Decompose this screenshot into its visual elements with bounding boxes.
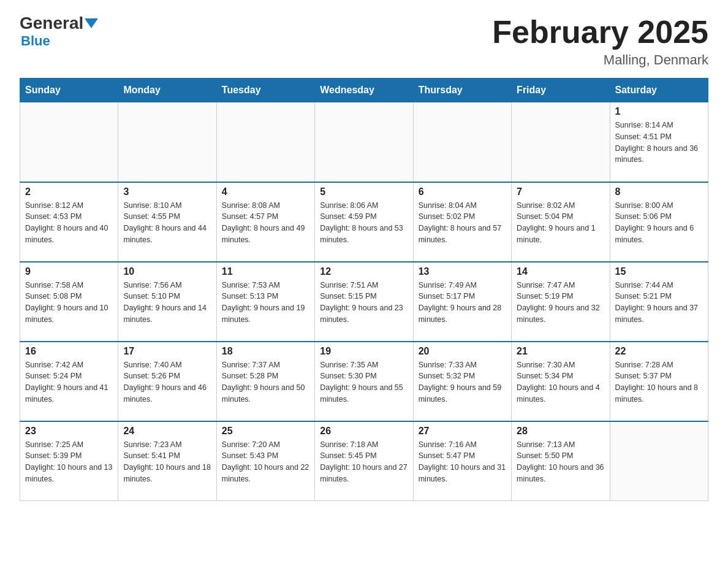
day-info: Sunrise: 7:58 AMSunset: 5:08 PMDaylight:…	[25, 280, 113, 326]
calendar-day: 25Sunrise: 7:20 AMSunset: 5:43 PMDayligh…	[216, 421, 314, 501]
calendar-week-5: 23Sunrise: 7:25 AMSunset: 5:39 PMDayligh…	[20, 421, 708, 501]
day-info: Sunrise: 8:02 AMSunset: 5:04 PMDaylight:…	[517, 200, 604, 246]
calendar-day: 8Sunrise: 8:00 AMSunset: 5:06 PMDaylight…	[610, 182, 708, 262]
day-info: Sunrise: 7:16 AMSunset: 5:47 PMDaylight:…	[419, 439, 506, 485]
weekday-header-row: Sunday Monday Tuesday Wednesday Thursday…	[20, 79, 708, 102]
day-info: Sunrise: 7:30 AMSunset: 5:34 PMDaylight:…	[517, 359, 604, 405]
day-number: 16	[25, 346, 113, 357]
day-info: Sunrise: 7:25 AMSunset: 5:39 PMDaylight:…	[25, 439, 113, 485]
logo-general: General	[20, 15, 83, 32]
day-number: 19	[320, 346, 408, 357]
calendar-day: 4Sunrise: 8:08 AMSunset: 4:57 PMDaylight…	[216, 182, 314, 262]
day-info: Sunrise: 7:20 AMSunset: 5:43 PMDaylight:…	[222, 439, 309, 485]
day-number: 25	[222, 426, 309, 437]
header-sunday: Sunday	[20, 79, 118, 102]
day-number: 13	[419, 266, 506, 277]
day-number: 18	[222, 346, 309, 357]
calendar-day: 6Sunrise: 8:04 AMSunset: 5:02 PMDaylight…	[413, 182, 511, 262]
day-number: 21	[517, 346, 604, 357]
calendar-day: 1Sunrise: 8:14 AMSunset: 4:51 PMDaylight…	[610, 102, 708, 182]
calendar-week-3: 9Sunrise: 7:58 AMSunset: 5:08 PMDaylight…	[20, 262, 708, 342]
day-info: Sunrise: 8:04 AMSunset: 5:02 PMDaylight:…	[419, 200, 506, 246]
day-number: 23	[25, 426, 113, 437]
calendar-day: 20Sunrise: 7:33 AMSunset: 5:32 PMDayligh…	[413, 342, 511, 421]
day-number: 3	[123, 186, 211, 197]
day-number: 6	[419, 186, 506, 197]
day-info: Sunrise: 8:08 AMSunset: 4:57 PMDaylight:…	[222, 200, 309, 246]
calendar-day: 13Sunrise: 7:49 AMSunset: 5:17 PMDayligh…	[413, 262, 511, 342]
calendar-day: 11Sunrise: 7:53 AMSunset: 5:13 PMDayligh…	[216, 262, 314, 342]
day-number: 17	[123, 346, 211, 357]
calendar-day	[512, 102, 610, 182]
header-friday: Friday	[512, 79, 610, 102]
day-info: Sunrise: 7:13 AMSunset: 5:50 PMDaylight:…	[517, 439, 604, 485]
calendar-week-2: 2Sunrise: 8:12 AMSunset: 4:53 PMDaylight…	[20, 182, 708, 262]
day-info: Sunrise: 7:53 AMSunset: 5:13 PMDaylight:…	[222, 280, 309, 326]
header-wednesday: Wednesday	[315, 79, 413, 102]
calendar-day: 9Sunrise: 7:58 AMSunset: 5:08 PMDaylight…	[20, 262, 118, 342]
location: Malling, Denmark	[492, 52, 708, 68]
calendar-day: 7Sunrise: 8:02 AMSunset: 5:04 PMDaylight…	[512, 182, 610, 262]
header-monday: Monday	[118, 79, 216, 102]
calendar-day: 17Sunrise: 7:40 AMSunset: 5:26 PMDayligh…	[118, 342, 216, 421]
day-info: Sunrise: 7:18 AMSunset: 5:45 PMDaylight:…	[320, 439, 408, 485]
day-info: Sunrise: 7:28 AMSunset: 5:37 PMDaylight:…	[615, 359, 703, 405]
day-number: 26	[320, 426, 408, 437]
day-info: Sunrise: 7:56 AMSunset: 5:10 PMDaylight:…	[123, 280, 211, 326]
calendar-day: 14Sunrise: 7:47 AMSunset: 5:19 PMDayligh…	[512, 262, 610, 342]
day-number: 1	[615, 106, 703, 117]
day-number: 8	[615, 186, 703, 197]
calendar-day: 26Sunrise: 7:18 AMSunset: 5:45 PMDayligh…	[315, 421, 413, 501]
day-info: Sunrise: 7:35 AMSunset: 5:30 PMDaylight:…	[320, 359, 408, 405]
calendar-day: 2Sunrise: 8:12 AMSunset: 4:53 PMDaylight…	[20, 182, 118, 262]
header-tuesday: Tuesday	[216, 79, 314, 102]
calendar-day	[610, 421, 708, 501]
day-info: Sunrise: 8:00 AMSunset: 5:06 PMDaylight:…	[615, 200, 703, 246]
calendar-day: 18Sunrise: 7:37 AMSunset: 5:28 PMDayligh…	[216, 342, 314, 421]
day-info: Sunrise: 8:14 AMSunset: 4:51 PMDaylight:…	[615, 120, 703, 166]
calendar-day: 23Sunrise: 7:25 AMSunset: 5:39 PMDayligh…	[20, 421, 118, 501]
day-info: Sunrise: 8:12 AMSunset: 4:53 PMDaylight:…	[25, 200, 113, 246]
day-number: 10	[123, 266, 211, 277]
day-number: 12	[320, 266, 408, 277]
title-block: February 2025 Malling, Denmark	[492, 15, 708, 68]
day-info: Sunrise: 7:47 AMSunset: 5:19 PMDaylight:…	[517, 280, 604, 326]
day-info: Sunrise: 7:44 AMSunset: 5:21 PMDaylight:…	[615, 280, 703, 326]
day-info: Sunrise: 7:42 AMSunset: 5:24 PMDaylight:…	[25, 359, 113, 405]
calendar-day: 12Sunrise: 7:51 AMSunset: 5:15 PMDayligh…	[315, 262, 413, 342]
calendar-day	[413, 102, 511, 182]
calendar-day	[216, 102, 314, 182]
day-number: 11	[222, 266, 309, 277]
day-info: Sunrise: 8:06 AMSunset: 4:59 PMDaylight:…	[320, 200, 408, 246]
day-info: Sunrise: 7:51 AMSunset: 5:15 PMDaylight:…	[320, 280, 408, 326]
day-info: Sunrise: 7:37 AMSunset: 5:28 PMDaylight:…	[222, 359, 309, 405]
day-number: 15	[615, 266, 703, 277]
day-number: 27	[419, 426, 506, 437]
page-header: General Blue February 2025 Malling, Denm…	[20, 15, 708, 68]
calendar-week-4: 16Sunrise: 7:42 AMSunset: 5:24 PMDayligh…	[20, 342, 708, 421]
day-number: 14	[517, 266, 604, 277]
day-info: Sunrise: 7:40 AMSunset: 5:26 PMDaylight:…	[123, 359, 211, 405]
day-number: 9	[25, 266, 113, 277]
calendar-day: 22Sunrise: 7:28 AMSunset: 5:37 PMDayligh…	[610, 342, 708, 421]
day-number: 5	[320, 186, 408, 197]
header-thursday: Thursday	[413, 79, 511, 102]
day-number: 24	[123, 426, 211, 437]
logo-blue: Blue	[20, 33, 50, 49]
calendar-table: Sunday Monday Tuesday Wednesday Thursday…	[20, 78, 708, 501]
month-title: February 2025	[492, 15, 708, 50]
day-number: 28	[517, 426, 604, 437]
calendar-day: 10Sunrise: 7:56 AMSunset: 5:10 PMDayligh…	[118, 262, 216, 342]
day-number: 22	[615, 346, 703, 357]
calendar-day: 28Sunrise: 7:13 AMSunset: 5:50 PMDayligh…	[512, 421, 610, 501]
day-number: 7	[517, 186, 604, 197]
day-number: 2	[25, 186, 113, 197]
day-number: 20	[419, 346, 506, 357]
calendar-day: 27Sunrise: 7:16 AMSunset: 5:47 PMDayligh…	[413, 421, 511, 501]
calendar-week-1: 1Sunrise: 8:14 AMSunset: 4:51 PMDaylight…	[20, 102, 708, 182]
calendar-day	[20, 102, 118, 182]
calendar-day: 5Sunrise: 8:06 AMSunset: 4:59 PMDaylight…	[315, 182, 413, 262]
day-info: Sunrise: 7:49 AMSunset: 5:17 PMDaylight:…	[419, 280, 506, 326]
logo-triangle-icon	[85, 18, 98, 28]
day-info: Sunrise: 7:33 AMSunset: 5:32 PMDaylight:…	[419, 359, 506, 405]
